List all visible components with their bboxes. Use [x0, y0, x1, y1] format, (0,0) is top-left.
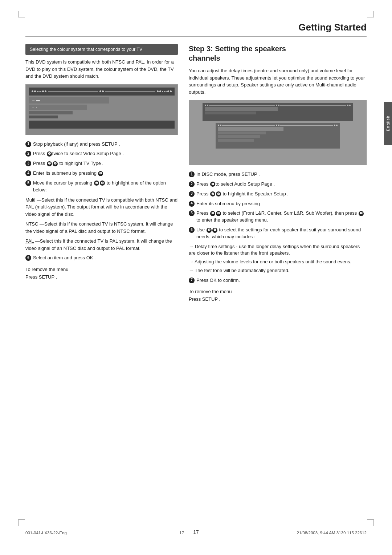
right-column: Step 3: Setting the speakers channels Yo… [189, 44, 367, 303]
footer-right: 21/08/2003, 9:44 AM 3139 115 22612 [297, 531, 367, 535]
step-num-1: 1 [25, 141, 31, 147]
right-step-3-text: Press ❸❹ to highlight the Speaker Setup … [196, 191, 289, 198]
ntsc-label: NTSC [25, 221, 38, 227]
right-step-4-text: Enter its submenu by pressing [196, 200, 260, 207]
right-step-6: 6 Use ❸❹ to select the settings for each… [189, 227, 367, 240]
left-step-2: 2 Press ❶twice to select Video Setup Pag… [25, 150, 178, 157]
left-step-4: 4 Enter its submenu by pressing ❷ [25, 170, 178, 177]
right-step-num-3: 3 [189, 191, 195, 197]
main-columns: Selecting the colour system that corresp… [25, 44, 367, 303]
multi-label: Multi [25, 197, 35, 203]
page-content: Getting Started Selecting the colour sys… [25, 22, 367, 303]
left-step-list: 1 Stop playback (if any) and press SETUP… [25, 141, 178, 194]
page-title: Getting Started [25, 22, 367, 37]
right-step-num-4: 4 [189, 201, 195, 207]
corner-mark-br [367, 519, 374, 526]
step-num-2: 2 [25, 151, 31, 157]
right-step-6-text: Use ❸❹ to select the settings for each s… [196, 227, 367, 240]
right-step-list: 1 In DISC mode, press SETUP . 2 Press ❶t… [189, 171, 367, 240]
language-tab: English [384, 102, 392, 145]
step-heading-line1: Step 3: Setting the speakers [189, 45, 286, 53]
step-num-6: 6 [25, 255, 31, 261]
right-remove-menu-line1: To remove the menu [189, 288, 367, 296]
left-step-5-text: Move the cursor by pressing ❸❹ to highli… [33, 180, 178, 194]
multi-desc: —Select this if the connected TV is comp… [25, 197, 177, 217]
left-step-3: 3 Press ❸❹ to highlight TV Type . [25, 160, 178, 167]
corner-mark-tr [367, 11, 374, 17]
pal-desc: —Select this if the connected TV is PAL … [25, 238, 172, 251]
right-remove-menu: To remove the menu Press SETUP . [189, 288, 367, 303]
arrow-2: Adjusting the volume levels for one or b… [189, 259, 367, 265]
left-step-2-text: Press ❶twice to select Video Setup Page … [33, 150, 124, 157]
step-num-4: 4 [25, 170, 31, 176]
right-intro-text: You can adjust the delay times (centre a… [189, 67, 367, 96]
right-step-7-text: Press OK to confirm. [196, 277, 240, 284]
left-step-3-text: Press ❸❹ to highlight TV Type . [33, 160, 103, 167]
pal-text: PAL —Select this if the connected TV is … [25, 238, 178, 252]
multi-text: Multi —Select this if the connected TV i… [25, 197, 178, 218]
right-step-5: 5 Press ❸❹ to select (Front L&R, Center,… [189, 210, 367, 224]
ntsc-desc: —Select this if the connected TV is NTSC… [25, 221, 173, 234]
left-column: Selecting the colour system that corresp… [25, 44, 178, 281]
right-step-7: 7 Press OK to confirm. [189, 277, 367, 284]
left-remove-menu: To remove the menu Press SETUP . [25, 266, 178, 281]
right-step-2-text: Press ❶to select Audio Setup Page . [196, 181, 275, 188]
right-step-num-2: 2 [189, 181, 195, 187]
remove-menu-line1: To remove the menu [25, 266, 178, 274]
ntsc-text: NTSC —Select this if the connected TV is… [25, 220, 178, 235]
step-heading-line2: channels [189, 54, 220, 62]
left-step-5: 5 Move the cursor by pressing ❸❹ to high… [25, 180, 178, 194]
language-tab-text: English [386, 116, 390, 131]
right-remove-menu-line2: Press SETUP . [189, 296, 367, 303]
step-num-5: 5 [25, 180, 31, 186]
right-step-5-text: Press ❸❹ to select (Front L&R, Center, S… [196, 210, 367, 224]
right-step-3: 3 Press ❸❹ to highlight the Speaker Setu… [189, 191, 367, 198]
right-step-num-5: 5 [189, 210, 195, 216]
remove-menu-line2: Press SETUP . [25, 274, 178, 281]
left-step-1: 1 Stop playback (if any) and press SETUP… [25, 141, 178, 148]
footer-left: 001-041-LX36-22-Eng [25, 531, 67, 535]
left-step-1-text: Stop playback (if any) and press SETUP . [33, 141, 120, 148]
right-step-heading: Step 3: Setting the speakers channels [189, 44, 367, 63]
left-step-4-text: Enter its submenu by pressing ❷ [33, 170, 103, 177]
page-footer: 001-041-LX36-22-Eng 17 21/08/2003, 9:44 … [0, 531, 392, 535]
left-step-6-text: Select an item and press OK . [33, 255, 96, 262]
arrow-3: The test tone will be automatically gene… [189, 267, 367, 274]
right-step-4: 4 Enter its submenu by pressing [189, 200, 367, 207]
corner-mark-tl [18, 11, 25, 17]
arrow-1: Delay time settings - use the longer del… [189, 243, 367, 256]
right-step-num-1: 1 [189, 171, 195, 177]
diagram-left: → ▬ → ▪ [25, 84, 178, 135]
right-step-2: 2 Press ❶to select Audio Setup Page . [189, 181, 367, 188]
left-step-6: 6 Select an item and press OK . [25, 255, 178, 262]
right-step-1: 1 In DISC mode, press SETUP . [189, 171, 367, 178]
right-step-1-text: In DISC mode, press SETUP . [196, 171, 260, 178]
right-step-num-6: 6 [189, 227, 195, 233]
diagram-right [189, 100, 367, 165]
footer-center-num: 17 [179, 531, 184, 535]
info-box: Selecting the colour system that corresp… [25, 44, 178, 55]
right-step-num-7: 7 [189, 278, 195, 283]
step-num-3: 3 [25, 161, 31, 166]
pal-label: PAL [25, 238, 34, 244]
corner-mark-bl [18, 519, 25, 526]
left-intro-text: This DVD system is compatible with both … [25, 58, 178, 80]
